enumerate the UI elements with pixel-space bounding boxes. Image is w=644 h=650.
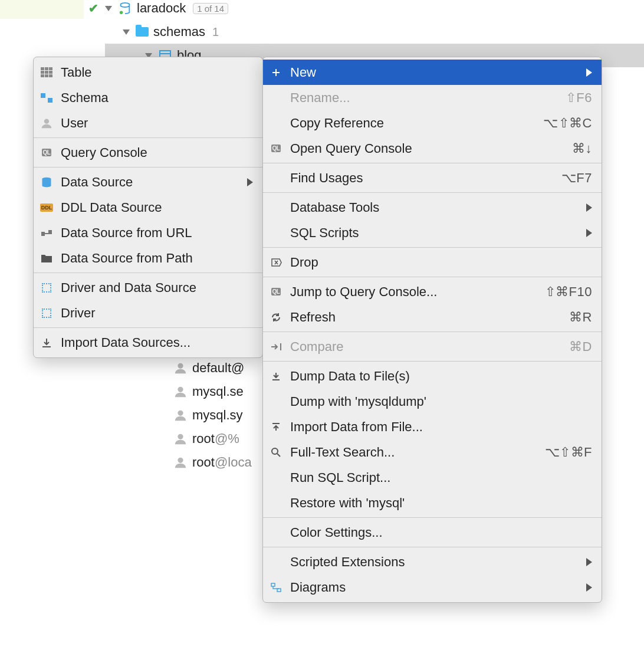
box-icon [40, 283, 54, 293]
import-icon [40, 337, 54, 348]
menu-item-database-tools[interactable]: Database Tools [263, 195, 602, 220]
ql-icon: QL [269, 145, 283, 152]
chevron-down-icon[interactable] [105, 6, 112, 11]
menu-label: Jump to Query Console... [290, 284, 538, 300]
plus-icon [269, 68, 283, 77]
svg-point-5 [178, 411, 183, 416]
menu-label: Scripted Extensions [290, 554, 579, 570]
shortcut-label: ⇧F6 [566, 90, 592, 106]
menu-item-new[interactable]: New [263, 60, 602, 85]
menu-label: Dump Data to File(s) [290, 369, 592, 384]
menu-separator [263, 247, 602, 248]
count-badge: 1 [212, 25, 219, 39]
person-icon [173, 408, 188, 422]
menu-label: Restore with 'mysql' [290, 495, 592, 511]
diagram-icon [269, 583, 283, 592]
table-icon [40, 67, 54, 77]
menu-item-driver[interactable]: Driver [34, 300, 262, 326]
chevron-down-icon[interactable] [123, 29, 130, 35]
menu-separator [263, 163, 602, 163]
check-icon: ✔ [88, 1, 98, 15]
shortcut-label: ⌥⇧⌘C [543, 116, 592, 131]
cylinder-icon [40, 176, 54, 188]
menu-separator [263, 331, 602, 332]
shortcut-label: ⌘↓ [572, 141, 592, 156]
upload-icon [269, 422, 283, 432]
shortcut-label: ⌥⇧⌘F [545, 445, 592, 460]
menu-label: Import Data from File... [290, 419, 592, 435]
filter-badge: 1 of 14 [193, 3, 228, 14]
menu-item-import-data-sources[interactable]: Import Data Sources... [34, 330, 262, 355]
database-icon [118, 1, 132, 15]
menu-item-copy-reference[interactable]: Copy Reference⌥⇧⌘C [263, 110, 602, 136]
menu-separator [34, 167, 262, 168]
menu-item-diagrams[interactable]: Diagrams [263, 575, 602, 600]
menu-label: Diagrams [290, 580, 579, 595]
svg-rect-10 [41, 232, 45, 236]
menu-item-data-source-url[interactable]: Data Source from URL [34, 220, 262, 245]
menu-item-compare: Compare⌘D [263, 334, 602, 359]
menu-separator [34, 273, 262, 273]
url-icon [40, 229, 54, 237]
menu-separator [263, 517, 602, 518]
submenu-arrow-icon [586, 68, 592, 77]
shortcut-label: ⌥F7 [561, 170, 592, 186]
menu-item-dump-data-to-file-s[interactable]: Dump Data to File(s) [263, 363, 602, 389]
menu-item-restore-with-mysql[interactable]: Restore with 'mysql' [263, 490, 602, 516]
menu-separator [263, 192, 602, 193]
svg-rect-13 [271, 583, 275, 586]
menu-item-data-source-path[interactable]: Data Source from Path [34, 245, 262, 271]
tree-node-datasource[interactable]: laradock 1 of 14 [105, 0, 644, 20]
menu-item-rename: Rename...⇧F6 [263, 85, 602, 110]
compare-icon [269, 343, 283, 351]
tree-label: root@loca [192, 455, 252, 470]
menu-label: Color Settings... [290, 525, 592, 540]
menu-item-refresh[interactable]: Refresh⌘R [263, 304, 602, 330]
menu-item-color-settings[interactable]: Color Settings... [263, 520, 602, 545]
menu-separator [263, 547, 602, 547]
ql-icon: QL [40, 149, 54, 156]
svg-point-6 [178, 434, 183, 439]
search-icon [269, 447, 283, 458]
svg-point-3 [178, 363, 183, 369]
tree-label: laradock [137, 1, 186, 16]
menu-label: Open Query Console [290, 141, 565, 156]
menu-item-table[interactable]: Table [34, 60, 262, 85]
menu-label: Run SQL Script... [290, 470, 592, 485]
menu-item-run-sql-script[interactable]: Run SQL Script... [263, 465, 602, 490]
tree-label: default@ [192, 360, 244, 376]
menu-item-scripted-extensions[interactable]: Scripted Extensions [263, 549, 602, 575]
folder-icon [136, 27, 149, 37]
menu-item-driver-and-ds[interactable]: Driver and Data Source [34, 275, 262, 300]
menu-item-jump-to-query-console[interactable]: QLJump to Query Console...⇧⌘F10 [263, 279, 602, 304]
menu-label: Find Usages [290, 170, 554, 186]
menu-item-import-data-from-file[interactable]: Import Data from File... [263, 414, 602, 439]
menu-item-user[interactable]: User [34, 110, 262, 136]
svg-rect-11 [48, 230, 52, 234]
tree-node-schemas[interactable]: schemas 1 [105, 20, 644, 44]
menu-label: Copy Reference [290, 116, 536, 131]
menu-item-find-usages[interactable]: Find Usages⌥F7 [263, 165, 602, 191]
menu-item-query-console[interactable]: QL Query Console [34, 140, 262, 165]
menu-item-full-text-search[interactable]: Full-Text Search...⌥⇧⌘F [263, 439, 602, 465]
context-submenu-new: Table Schema User QL Query Console Data … [33, 57, 263, 358]
menu-item-sql-scripts[interactable]: SQL Scripts [263, 220, 602, 245]
shortcut-label: ⌘R [569, 310, 592, 325]
menu-label: Database Tools [290, 200, 579, 215]
menu-label: Full-Text Search... [290, 445, 538, 460]
menu-separator [263, 277, 602, 277]
menu-item-drop[interactable]: Drop [263, 250, 602, 275]
menu-item-schema[interactable]: Schema [34, 85, 262, 110]
tree-label: schemas [153, 24, 205, 40]
menu-item-ddl-data-source[interactable]: DDL DDL Data Source [34, 195, 262, 220]
context-menu: NewRename...⇧F6Copy Reference⌥⇧⌘CQLOpen … [262, 57, 602, 603]
editor-gutter [0, 0, 84, 19]
menu-item-data-source[interactable]: Data Source [34, 169, 262, 195]
refresh-icon [269, 312, 283, 323]
person-icon [173, 432, 188, 446]
svg-point-7 [178, 458, 183, 463]
tree-label: mysql.sy [192, 408, 243, 423]
menu-item-dump-with-mysqldump[interactable]: Dump with 'mysqldump' [263, 389, 602, 414]
menu-item-open-query-console[interactable]: QLOpen Query Console⌘↓ [263, 136, 602, 161]
svg-point-8 [44, 119, 49, 123]
